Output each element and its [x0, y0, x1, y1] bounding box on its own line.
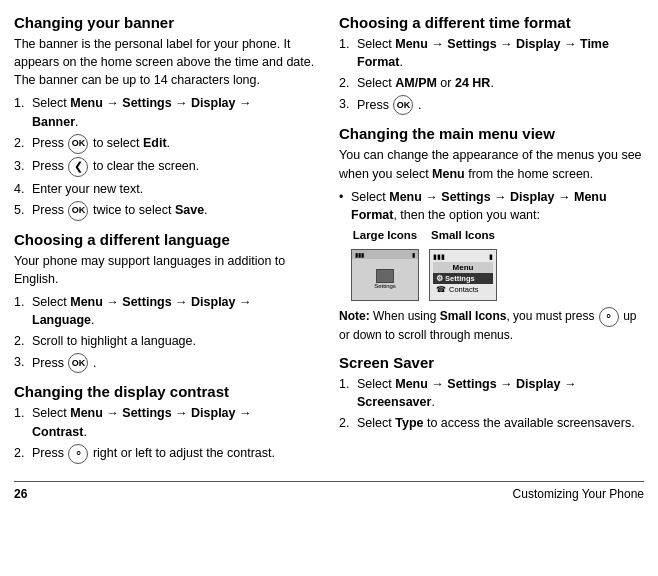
small-screen-title: Menu: [433, 262, 493, 273]
contrast-step-2: Press ⚬ right or left to adjust the cont…: [14, 444, 319, 464]
large-icon-settings-label: Settings: [374, 283, 396, 289]
tf-step-2-bold2: 24 HR: [455, 76, 490, 90]
large-icon-settings: Settings: [374, 269, 396, 289]
step-2: Press OK to select Edit.: [14, 134, 319, 154]
sec-timeformat-title: Choosing a different time format: [339, 14, 644, 31]
menuview-body-bold: Menu: [432, 167, 465, 181]
lang-step-2-text: Scroll to highlight a language.: [32, 334, 196, 348]
tf-step-1-text: Select Menu → Settings → Display → Time …: [357, 37, 609, 69]
sec-language-title: Choosing a different language: [14, 231, 319, 248]
note-text-part1: When using: [370, 309, 440, 323]
lang-step-1: Select Menu → Settings → Display →Langua…: [14, 293, 319, 329]
step-3-text: Press ❮ to clear the screen.: [32, 159, 199, 173]
step-5-bold: Save: [175, 203, 204, 217]
small-screen-signal: ▮▮▮: [433, 253, 445, 261]
small-screen-contacts-label: Contacts: [449, 285, 479, 294]
menuview-bullet-bold: Menu → Settings → Display → Menu Format: [351, 190, 607, 222]
menuview-body-text: You can change the appearance of the men…: [339, 148, 642, 180]
small-icons-screen: ▮▮▮ ▮ Menu ⚙ Settings ☎ Contacts: [429, 249, 497, 301]
sec-screensaver-steps: Select Menu → Settings → Display → Scree…: [339, 375, 644, 432]
contrast-step-1: Select Menu → Settings → Display →Contra…: [14, 404, 319, 440]
tf-step-3: Press OK .: [339, 95, 644, 115]
contrast-step-1-text: Select Menu → Settings → Display →Contra…: [32, 406, 252, 438]
step-3: Press ❮ to clear the screen.: [14, 157, 319, 177]
contrast-step-1-bold: Menu → Settings → Display →Contrast: [32, 406, 252, 438]
small-screen-contacts-icon: ☎: [436, 285, 446, 294]
label-small-icons: Small Icons: [429, 229, 497, 241]
lang-step-1-text: Select Menu → Settings → Display →Langua…: [32, 295, 252, 327]
ok-icon-2: OK: [68, 201, 88, 221]
ss-step-1-bold: Menu → Settings → Display → Screensaver: [357, 377, 577, 409]
ss-step-2-text: Select Type to access the available scre…: [357, 416, 635, 430]
small-screen-status: ▮▮▮ ▮: [433, 253, 493, 261]
note-bold: Small Icons: [440, 309, 507, 323]
ss-step-1-text: Select Menu → Settings → Display → Scree…: [357, 377, 577, 409]
menuview-bullet: Select Menu → Settings → Display → Menu …: [339, 188, 644, 224]
small-screen-selected: ⚙ Settings: [433, 273, 493, 284]
screen-images: ▮▮▮ ▮ Settings ▮▮▮ ▮ Menu: [351, 249, 644, 301]
tf-step-3-text: Press OK .: [357, 98, 421, 112]
tf-step-1-bold: Menu → Settings → Display → Time Format: [357, 37, 609, 69]
large-screen-signal: ▮▮▮: [355, 251, 364, 258]
lang-step-3-text: Press OK .: [32, 356, 96, 370]
note-label: Note:: [339, 309, 370, 323]
large-screen-body: Settings: [352, 259, 418, 300]
step-4-text: Enter your new text.: [32, 182, 143, 196]
large-icons-screen: ▮▮▮ ▮ Settings: [351, 249, 419, 301]
ss-step-2-bold: Type: [395, 416, 423, 430]
ok-icon-3: OK: [68, 353, 88, 373]
nav-circle-icon: ⚬: [68, 444, 88, 464]
sec-timeformat-steps: Select Menu → Settings → Display → Time …: [339, 35, 644, 115]
sec-menuview-body: You can change the appearance of the men…: [339, 146, 644, 182]
step-5: Press OK twice to select Save.: [14, 201, 319, 221]
sec-language-body: Your phone may support languages in addi…: [14, 252, 319, 288]
small-screen-settings-icon: ⚙: [436, 274, 443, 283]
sec-banner-body: The banner is the personal label for you…: [14, 35, 319, 89]
sec-menuview-title: Changing the main menu view: [339, 125, 644, 142]
lang-step-2: Scroll to highlight a language.: [14, 332, 319, 350]
ss-step-1: Select Menu → Settings → Display → Scree…: [339, 375, 644, 411]
page-footer: 26 Customizing Your Phone: [14, 481, 644, 506]
step-1-bold: Menu → Settings → Display →Banner: [32, 96, 252, 128]
label-large-icons: Large Icons: [351, 229, 419, 241]
small-screen-contacts: ☎ Contacts: [433, 284, 493, 295]
sec-menuview-list: Select Menu → Settings → Display → Menu …: [339, 188, 644, 224]
footer-page-number: 26: [14, 487, 27, 501]
note-paragraph: Note: When using Small Icons, you must p…: [339, 307, 644, 344]
step-2-text: Press OK to select Edit.: [32, 136, 170, 150]
small-screen-inner: ▮▮▮ ▮ Menu ⚙ Settings ☎ Contacts: [430, 250, 496, 298]
sec-language-steps: Select Menu → Settings → Display →Langua…: [14, 293, 319, 373]
step-5-text: Press OK twice to select Save.: [32, 203, 208, 217]
step-4: Enter your new text.: [14, 180, 319, 198]
ok-icon-1: OK: [68, 134, 88, 154]
footer-title: Customizing Your Phone: [513, 487, 644, 501]
sec-contrast-title: Changing the display contrast: [14, 383, 319, 400]
nav-circle-icon-2: ⚬: [599, 307, 619, 327]
step-1-text: Select Menu → Settings → Display →Banner…: [32, 96, 252, 128]
menuview-bullet-text: Select Menu → Settings → Display → Menu …: [351, 190, 607, 222]
sec-banner-title: Changing your banner: [14, 14, 319, 31]
step-2-bold: Edit: [143, 136, 167, 150]
tf-step-2-bold1: AM/PM: [395, 76, 437, 90]
step-1: Select Menu → Settings → Display →Banner…: [14, 94, 319, 130]
contrast-step-2-text: Press ⚬ right or left to adjust the cont…: [32, 446, 275, 460]
tf-step-2: Select AM/PM or 24 HR.: [339, 74, 644, 92]
lang-step-3: Press OK .: [14, 353, 319, 373]
lang-step-1-bold: Menu → Settings → Display →Language: [32, 295, 252, 327]
main-content: Changing your banner The banner is the p…: [14, 14, 644, 467]
large-icon-settings-img: [376, 269, 394, 283]
left-column: Changing your banner The banner is the p…: [14, 14, 319, 467]
sec-screensaver-title: Screen Saver: [339, 354, 644, 371]
ss-step-2: Select Type to access the available scre…: [339, 414, 644, 432]
right-column: Choosing a different time format Select …: [339, 14, 644, 467]
tf-step-2-text: Select AM/PM or 24 HR.: [357, 76, 494, 90]
sec-contrast-steps: Select Menu → Settings → Display →Contra…: [14, 404, 319, 463]
tf-step-1: Select Menu → Settings → Display → Time …: [339, 35, 644, 71]
icon-labels-row: Large Icons Small Icons: [351, 229, 644, 241]
sec-banner-steps: Select Menu → Settings → Display →Banner…: [14, 94, 319, 220]
small-screen-battery: ▮: [489, 253, 493, 261]
nav-icon-1: ❮: [68, 157, 88, 177]
large-screen-status-bar: ▮▮▮ ▮: [352, 250, 418, 259]
large-screen-battery: ▮: [412, 251, 415, 258]
ok-icon-4: OK: [393, 95, 413, 115]
